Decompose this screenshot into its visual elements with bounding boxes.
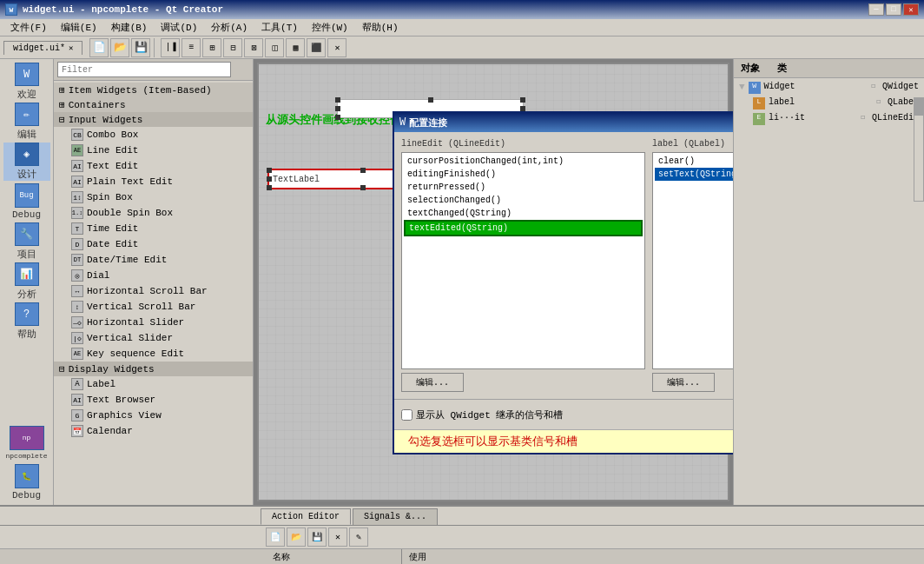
- right-signal-list[interactable]: clear() setText(QString): [652, 152, 733, 369]
- signal-text-changed[interactable]: textChanged(QString): [404, 207, 643, 220]
- widget-plain-text-edit-label: Plain Text Edit: [87, 176, 173, 187]
- action-new-button[interactable]: 📄: [266, 528, 285, 547]
- group-item-widgets[interactable]: ⊞Item Widgets (Item-Based): [54, 83, 253, 97]
- obj-row-widget[interactable]: ▼ W Widget ◻ QWidget: [736, 80, 922, 96]
- widget-date-edit[interactable]: D Date Edit: [54, 236, 253, 252]
- widget-double-spin-box[interactable]: 1.↕ Double Spin Box: [54, 205, 253, 221]
- toolbar-btn-7[interactable]: ▦: [286, 38, 305, 57]
- sidebar-item-debug1[interactable]: Bug Debug: [3, 182, 50, 221]
- menu-build[interactable]: 构建(B): [104, 19, 155, 36]
- obj-label-name: label: [769, 97, 873, 109]
- signal-cursor-position[interactable]: cursorPositionChanged(int,int): [404, 155, 643, 168]
- inherit-signals-checkbox[interactable]: 显示从 QWidget 继承的信号和槽: [401, 408, 563, 421]
- widget-time-edit[interactable]: T Time Edit: [54, 221, 253, 236]
- widget-spin-box[interactable]: 1↕ Spin Box: [54, 189, 253, 205]
- sidebar-label-debug1: Debug: [12, 209, 41, 220]
- widget-text-edit[interactable]: AI Text Edit: [54, 158, 253, 174]
- toolbar-btn-4[interactable]: ⊟: [223, 38, 242, 57]
- widget-label[interactable]: A Label: [54, 376, 253, 392]
- widget-datetime-edit[interactable]: DT Date/Time Edit: [54, 252, 253, 268]
- widget-vslider[interactable]: |◇ Vertical Slider: [54, 330, 253, 346]
- toolbar-btn-9[interactable]: ✕: [327, 38, 346, 57]
- new-button[interactable]: 📄: [89, 38, 109, 57]
- obj-row-lineedit[interactable]: E li···it ◻ QLineEdit: [736, 111, 922, 127]
- widget-keyseq-edit[interactable]: AE Key sequence Edit: [54, 346, 253, 362]
- widget-graphics-view[interactable]: G Graphics View: [54, 408, 253, 423]
- widget-line-edit-label: Line Edit: [87, 145, 138, 156]
- sidebar-item-analyze[interactable]: 📊 分析: [3, 262, 50, 301]
- signal-text-edited[interactable]: textEdited(QString): [404, 220, 643, 236]
- group-containers[interactable]: ⊞Containers: [54, 97, 253, 112]
- widget-combo-box[interactable]: CB Combo Box: [54, 127, 253, 143]
- menu-edit[interactable]: 编辑(E): [54, 19, 104, 36]
- text-edit-icon: AI: [71, 160, 83, 172]
- date-edit-icon: D: [71, 238, 83, 250]
- widget-dial[interactable]: ◎ Dial: [54, 268, 253, 283]
- action-edit-button[interactable]: ✎: [349, 528, 368, 547]
- action-save-button[interactable]: 💾: [307, 528, 327, 547]
- signal-selection-changed[interactable]: selectionChanged(): [404, 194, 643, 207]
- toolbar-btn-8[interactable]: ⬛: [307, 38, 326, 57]
- left-signal-list[interactable]: cursorPositionChanged(int,int) editingFi…: [401, 152, 645, 369]
- toolbar-btn-5[interactable]: ⊠: [244, 38, 263, 57]
- time-edit-icon: T: [71, 222, 83, 235]
- tab-action-editor[interactable]: Action Editor: [261, 508, 351, 525]
- group-input-widgets[interactable]: ⊟Input Widgets: [54, 112, 253, 127]
- tab-close[interactable]: ✕: [69, 43, 73, 53]
- sidebar-item-welcome[interactable]: W 欢迎: [3, 63, 50, 101]
- widget-hscrollbar[interactable]: ↔ Horizontal Scroll Bar: [54, 283, 253, 299]
- widget-hslider-label: Horizontal Slider: [87, 317, 184, 328]
- menu-tools[interactable]: 工具(T): [254, 19, 305, 36]
- toolbar-btn-1[interactable]: |▐: [161, 38, 180, 57]
- signal-return-pressed[interactable]: returnPressed(): [404, 181, 643, 194]
- menu-debug[interactable]: 调试(D): [154, 19, 204, 36]
- filter-input[interactable]: [57, 62, 231, 77]
- action-delete-button[interactable]: ✕: [328, 528, 347, 547]
- menu-widgets[interactable]: 控件(W): [305, 19, 355, 36]
- graphics-view-icon: G: [71, 409, 83, 421]
- left-column: lineEdit (QLineEdit) cursorPositionChang…: [401, 139, 645, 392]
- right-edit-button[interactable]: 编辑...: [652, 373, 715, 392]
- file-tab[interactable]: widget.ui* ✕: [3, 41, 82, 55]
- menu-analyze[interactable]: 分析(A): [204, 19, 254, 36]
- slot-clear[interactable]: clear(): [655, 155, 733, 168]
- menu-file[interactable]: 文件(F): [3, 19, 54, 36]
- sidebar-item-help[interactable]: ? 帮助: [3, 302, 50, 341]
- widget-vscrollbar[interactable]: ↕ Vertical Scroll Bar: [54, 299, 253, 315]
- toolbar-btn-2[interactable]: ≡: [182, 38, 201, 57]
- footer-annotation-bar: 勾选复选框可以显示基类信号和槽: [394, 429, 733, 453]
- save-button[interactable]: 💾: [131, 38, 150, 57]
- widget-plain-text-edit[interactable]: AI Plain Text Edit: [54, 174, 253, 189]
- tab-signals[interactable]: Signals &...: [353, 508, 438, 525]
- right-column: label (QLabel) clear() setText(QString) …: [652, 139, 733, 392]
- obj-label-icon2: ◻: [876, 97, 881, 109]
- widget-combo-box-label: Combo Box: [87, 129, 138, 140]
- signal-editing-finished[interactable]: editingFinished(): [404, 168, 643, 181]
- inherit-signals-checkbox-input[interactable]: [401, 409, 412, 421]
- toolbar-btn-3[interactable]: ⊞: [202, 38, 221, 57]
- group-display-widgets[interactable]: ⊟Display Widgets: [54, 362, 253, 376]
- toolbar-btn-6[interactable]: ◫: [265, 38, 284, 57]
- action-editor-toolbar: 📄 📂 💾 ✕ ✎: [0, 526, 924, 549]
- widget-calendar[interactable]: 📅 Calendar: [54, 423, 253, 439]
- sidebar-item-design[interactable]: ◈ 设计: [3, 143, 50, 181]
- sidebar-item-edit[interactable]: ✏ 编辑: [3, 103, 50, 141]
- sidebar-label-npcomplete: npcomplete: [5, 452, 47, 460]
- widget-hslider[interactable]: —◇ Horizontal Slider: [54, 315, 253, 330]
- sidebar-item-project[interactable]: 🔧 项目: [3, 222, 50, 261]
- widget-line-edit[interactable]: AE Line Edit: [54, 143, 253, 158]
- minimize-button[interactable]: ─: [868, 3, 884, 16]
- menu-help[interactable]: 帮助(H): [355, 19, 406, 36]
- open-button[interactable]: 📂: [110, 38, 129, 57]
- action-open-button[interactable]: 📂: [287, 528, 306, 547]
- maximize-button[interactable]: □: [886, 3, 901, 16]
- widget-text-browser[interactable]: AI Text Browser: [54, 392, 253, 408]
- design-icon: ◈: [15, 143, 39, 166]
- sidebar-item-debug2[interactable]: 🐛 Debug: [3, 463, 50, 501]
- obj-row-label[interactable]: L label ◻ QLabel: [736, 96, 922, 111]
- slot-set-text[interactable]: setText(QString): [655, 168, 733, 181]
- debug1-icon: Bug: [15, 183, 39, 208]
- sidebar-item-npcomplete[interactable]: np npcomplete: [3, 423, 50, 461]
- close-button[interactable]: ✕: [903, 3, 919, 16]
- left-edit-button[interactable]: 编辑...: [401, 373, 464, 392]
